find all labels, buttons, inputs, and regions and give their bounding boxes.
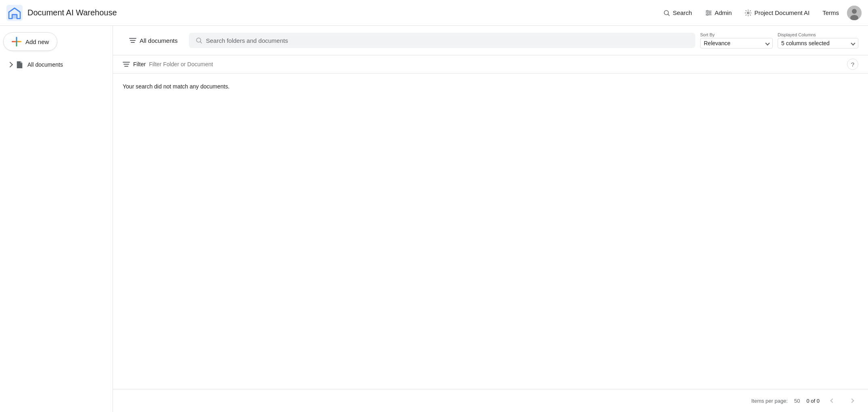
filter-bar-icon (123, 62, 130, 67)
prev-page-icon (830, 398, 835, 403)
columns-dropdown[interactable]: 5 columns selected (778, 38, 858, 48)
terms-nav-item[interactable]: Terms (818, 6, 844, 19)
help-icon[interactable]: ? (847, 59, 858, 70)
next-page-button[interactable] (845, 394, 858, 407)
sort-by-dropdown[interactable]: Relevance (700, 38, 773, 48)
header: Document AI Warehouse Search Admin (0, 0, 868, 26)
sidebar: Add new All documents (0, 26, 113, 412)
svg-point-8 (709, 12, 711, 14)
filter-icon (129, 38, 136, 43)
svg-point-10 (747, 12, 749, 14)
items-per-page-label: Items per page: (751, 398, 788, 404)
search-toolbar: All documents Sort By Relevance Displaye… (113, 26, 868, 55)
columns-chevron-down-icon (851, 41, 855, 45)
filter-label: Filter (133, 61, 146, 67)
chevron-right-icon (7, 62, 13, 67)
search-box-icon (195, 37, 203, 44)
filter-bar: Filter ? (113, 55, 868, 74)
content-area: Your search did not match any documents. (113, 74, 868, 389)
plus-icon (12, 37, 21, 46)
header-logo: Document AI Warehouse (6, 5, 117, 21)
user-avatar[interactable] (847, 6, 862, 20)
search-nav-item[interactable]: Search (658, 6, 697, 20)
header-nav: Search Admin Project Document AI Terms (658, 6, 862, 20)
admin-nav-item[interactable]: Admin (700, 6, 737, 20)
logo-icon (6, 5, 23, 21)
empty-message: Your search did not match any documents. (123, 80, 858, 93)
pagination-bar: Items per page: 50 0 of 0 (113, 389, 868, 412)
search-box[interactable] (189, 33, 695, 48)
columns-label: Displayed Columns (778, 32, 858, 37)
search-icon (663, 9, 670, 17)
columns-section: Displayed Columns 5 columns selected (778, 32, 858, 48)
all-documents-button[interactable]: All documents (123, 33, 184, 48)
filter-input[interactable] (149, 61, 844, 67)
svg-rect-1 (12, 15, 17, 19)
search-input[interactable] (206, 37, 689, 44)
add-new-button[interactable]: Add new (3, 32, 57, 51)
svg-point-7 (707, 10, 708, 12)
main-layout: Add new All documents All documents (0, 26, 868, 412)
svg-line-15 (201, 42, 202, 43)
sort-chevron-down-icon (765, 41, 770, 45)
sidebar-item-all-documents[interactable]: All documents (3, 57, 109, 72)
pagination-count: 0 of 0 (806, 398, 820, 404)
sort-by-label: Sort By (700, 32, 773, 37)
prev-page-button[interactable] (826, 394, 839, 407)
items-per-page-value: 50 (794, 398, 800, 404)
svg-point-12 (852, 9, 857, 14)
main-content: All documents Sort By Relevance Displaye… (113, 26, 868, 412)
svg-line-3 (668, 14, 669, 15)
document-icon (16, 61, 23, 69)
project-nav-item[interactable]: Project Document AI (740, 6, 814, 20)
app-title: Document AI Warehouse (27, 8, 117, 17)
admin-icon (705, 9, 712, 17)
next-page-icon (849, 398, 854, 403)
svg-point-9 (707, 14, 708, 15)
gear-icon (745, 9, 752, 17)
sort-by-section: Sort By Relevance (700, 32, 773, 48)
